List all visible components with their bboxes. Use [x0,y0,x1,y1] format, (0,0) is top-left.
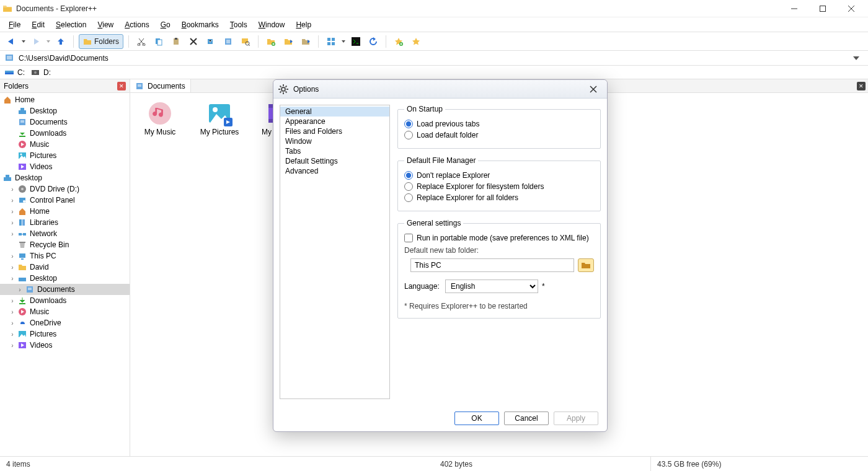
checkbox-portable[interactable]: Run in portable mode (save preferences t… [404,232,594,244]
back-button[interactable] [4,34,19,49]
browse-folder-button[interactable] [578,258,594,272]
radio-load-default[interactable]: Load default folder [404,130,594,141]
menu-window[interactable]: Window [254,19,290,30]
nav-default-settings[interactable]: Default Settings [280,156,389,166]
tree-item[interactable]: ›Libraries [0,217,130,228]
minimize-button[interactable] [780,0,808,17]
radio-replace-all[interactable]: Replace Explorer for all folders [404,192,594,203]
address-bar[interactable]: C:\Users\David\Documents [0,51,868,66]
back-history-dropdown[interactable] [21,40,26,43]
forward-button[interactable] [29,34,43,49]
pictures-folder-icon [206,100,232,126]
tree-item[interactable]: ›OneDrive [0,317,130,328]
view-mode-dropdown[interactable] [341,40,346,43]
restart-note: * Requires Explorer++ to be restarted [404,302,594,310]
tree-desktop[interactable]: Desktop [0,172,130,183]
new-folder-button[interactable] [264,34,278,49]
copy-to-button[interactable] [281,34,296,49]
dialog-titlebar[interactable]: Options [273,80,607,99]
menu-actions[interactable]: Actions [120,19,154,30]
terminal-button[interactable] [348,34,363,49]
forward-history-dropdown[interactable] [46,40,51,43]
sidebar-close-button[interactable]: ✕ [117,82,126,90]
list-item[interactable]: My Music [138,100,182,136]
menu-edit[interactable]: Edit [27,19,50,30]
svg-rect-0 [820,6,826,11]
tree-item[interactable]: ›Desktop [0,273,130,284]
tree-item[interactable]: ›Home [0,206,130,217]
menu-view[interactable]: View [92,19,118,30]
menu-bookmarks[interactable]: Bookmarks [177,19,224,30]
tab-close-button[interactable]: ✕ [857,82,866,90]
folders-pane-toggle[interactable]: Folders [79,34,123,49]
menu-help[interactable]: Help [291,19,316,30]
view-mode-button[interactable] [324,34,339,49]
options-nav[interactable]: General Appearance Files and Folders Win… [280,105,390,399]
nav-tabs[interactable]: Tabs [280,146,389,156]
tab-documents[interactable]: Documents [130,79,191,92]
move-to-button[interactable] [298,34,313,49]
window-title: Documents - Explorer++ [16,4,780,13]
tree-item[interactable]: Recycle Bin [0,239,130,250]
folder-tree[interactable]: Home Desktop Documents Downloads Music P… [0,93,130,456]
tree-item[interactable]: Documents [0,117,130,128]
tree-item[interactable]: ›Pictures [0,328,130,340]
radio-dont-replace[interactable]: Don't replace Explorer [404,170,594,181]
bookmarks-button[interactable] [409,34,423,49]
radio-replace-filesystem[interactable]: Replace Explorer for filesystem folders [404,181,594,192]
tree-item[interactable]: ›This PC [0,250,130,262]
drive-c[interactable]: C: [5,68,25,77]
menu-tools[interactable]: Tools [225,19,252,30]
delete-button[interactable] [186,34,201,49]
cancel-button[interactable]: Cancel [504,412,549,425]
tree-item[interactable]: Videos [0,161,130,172]
tree-item[interactable]: ›Music [0,306,130,317]
tree-item[interactable]: ›Videos [0,340,130,351]
menu-go[interactable]: Go [156,19,175,30]
menu-file[interactable]: File [4,19,25,30]
ok-button[interactable]: OK [454,412,499,425]
tree-item[interactable]: ›Network [0,228,130,239]
up-button[interactable] [53,34,68,49]
tree-item[interactable]: Music [0,139,130,150]
list-item[interactable]: My Pictures [197,100,242,136]
nav-appearance[interactable]: Appearance [280,117,389,126]
properties-button[interactable] [221,34,236,49]
nav-general[interactable]: General [280,107,389,117]
bookmark-add-button[interactable] [391,34,406,49]
nav-advanced[interactable]: Advanced [280,166,389,176]
tree-item[interactable]: ›David [0,262,130,273]
language-select[interactable]: English [445,280,538,293]
options-dialog: Options General Appearance Files and Fol… [273,79,608,432]
refresh-button[interactable] [366,34,381,49]
svg-point-36 [23,200,25,203]
tree-item[interactable]: ›Downloads [0,295,130,306]
app-icon [2,4,12,14]
tree-item-selected[interactable]: ›Documents [0,284,130,295]
copy-path-button[interactable] [203,34,218,49]
tree-item[interactable]: Downloads [0,128,130,139]
svg-rect-24 [20,108,24,110]
tree-item[interactable]: ›DVD Drive (D:) [0,183,130,195]
maximize-button[interactable] [808,0,837,17]
nav-files-folders[interactable]: Files and Folders [280,126,389,136]
cut-button[interactable] [134,34,149,49]
radio-load-previous[interactable]: Load previous tabs [404,118,594,130]
newtab-input[interactable] [410,258,574,272]
dialog-close-button[interactable] [585,83,602,95]
search-button[interactable] [238,34,253,49]
tree-item[interactable]: ›Control Panel [0,195,130,206]
apply-button[interactable]: Apply [554,412,598,425]
drive-d[interactable]: D: [31,68,51,77]
paste-button[interactable] [169,34,184,49]
nav-window[interactable]: Window [280,136,389,146]
address-dropdown[interactable] [853,56,863,60]
svg-rect-32 [6,175,9,177]
tree-home[interactable]: Home [0,94,130,105]
copy-button[interactable] [151,34,166,49]
menu-selection[interactable]: Selection [51,19,91,30]
close-button[interactable] [837,0,866,17]
tree-item[interactable]: Desktop [0,105,130,117]
tree-item[interactable]: Pictures [0,150,130,161]
svg-rect-23 [19,110,26,114]
